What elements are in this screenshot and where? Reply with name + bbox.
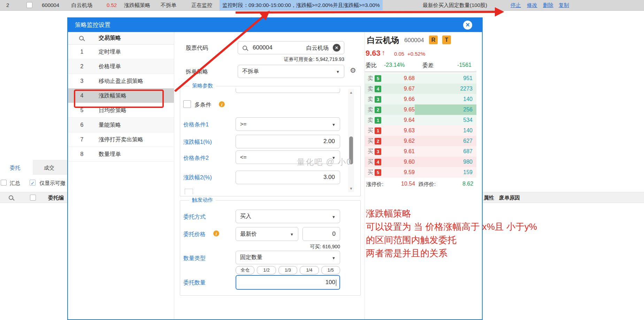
scrollbar-thumb[interactable] xyxy=(349,136,353,164)
ask-row-3[interactable]: 卖3 9.66140 xyxy=(365,94,476,104)
strategy-item-pct-change-selected[interactable]: 4涨跌幅策略 xyxy=(68,88,174,103)
fraction-all-button[interactable]: 全仓 xyxy=(236,266,254,274)
badge-r: R xyxy=(429,36,438,44)
dialog-title: 策略监控设置 xyxy=(75,18,110,32)
price-cond2-label: 价格条件2 xyxy=(183,155,209,162)
delete-link[interactable]: 删除 xyxy=(543,0,553,10)
multi-condition-checkbox[interactable] xyxy=(183,100,191,108)
qty-type-select[interactable]: 固定数量 xyxy=(236,251,340,264)
note-line: 可以设置为 当 价格涨幅高于 x%且 小于y% xyxy=(366,220,537,233)
price-info-icon[interactable] xyxy=(213,231,219,236)
limit-down-value: 8.62 xyxy=(462,181,473,187)
fraction-buttons: 全仓 1/2 1/3 1/4 1/5 xyxy=(236,266,340,274)
monitor-list-row: 2 600004 白云机场 0.52 涨跌幅策略 不拆单 正在监控 监控时段：0… xyxy=(0,0,644,11)
fraction-fifth-button[interactable]: 1/5 xyxy=(321,266,340,274)
ask-row-4[interactable]: 卖4 9.672273 xyxy=(365,84,476,94)
note-line: 涨跌幅策略 xyxy=(366,207,537,220)
quote-panel: 白云机场 600004 R T 9.63 ↑ 0.05 +0.52% 委比 -2… xyxy=(365,32,482,319)
bid-row-4[interactable]: 买4 9.60980 xyxy=(365,157,476,167)
note-line: 的区间范围内触发委托 xyxy=(366,233,537,247)
info-icon[interactable] xyxy=(219,101,225,107)
copy-link[interactable]: 复制 xyxy=(559,0,569,10)
badge-t: T xyxy=(442,36,451,44)
gear-icon[interactable] xyxy=(350,66,356,75)
price-cond1-select[interactable]: >= xyxy=(236,117,340,131)
scrolled-input-partial xyxy=(236,88,340,93)
bid-row-2[interactable]: 买2 9.62627 xyxy=(365,136,476,146)
column-reason: 废单原因 xyxy=(499,195,520,201)
bid-row-5[interactable]: 买5 9.59159 xyxy=(365,167,476,178)
modify-link[interactable]: 修改 xyxy=(527,0,537,10)
chevron-down-icon xyxy=(290,231,294,237)
ask-row-2-highlighted[interactable]: 卖2 9.65256 xyxy=(365,104,476,115)
search-icon[interactable] xyxy=(9,195,13,200)
order-book: 卖5 9.68951 卖4 9.672273 卖3 9.66140 卖2 9.6… xyxy=(365,73,476,178)
row-checkbox[interactable] xyxy=(26,2,32,8)
stock-name-value: 白云机场 xyxy=(306,45,329,52)
fraction-half-button[interactable]: 1/2 xyxy=(257,266,276,274)
split-strategy-select[interactable]: 不拆单 xyxy=(238,65,344,78)
strategy-item-trailing-stop[interactable]: 3移动止盈止损策略 xyxy=(68,74,174,88)
scroll-down-icon[interactable]: ▼ xyxy=(348,187,354,190)
stop-link[interactable]: 停止 xyxy=(511,0,521,10)
chevron-down-icon xyxy=(332,255,336,261)
strategy-item-timed-order[interactable]: 1定时埋单 xyxy=(68,45,174,59)
row-change: 0.52 xyxy=(107,0,117,10)
strategy-item-price-order[interactable]: 2价格埋单 xyxy=(68,59,174,74)
price-change: 0.05 xyxy=(394,51,404,57)
stock-code-value: 600004 xyxy=(253,44,273,51)
text-cursor xyxy=(336,280,336,286)
qty-type-label: 数量类型 xyxy=(183,255,206,262)
row-stock-name: 白云机场 xyxy=(71,0,92,10)
row-stock-code: 600004 xyxy=(42,0,59,10)
clear-stock-icon[interactable] xyxy=(333,44,340,52)
price-type-select[interactable]: 最新价 xyxy=(236,227,298,241)
strategy-item-qty-order[interactable]: 8数量埋单 xyxy=(68,147,174,162)
chevron-down-icon xyxy=(332,213,336,220)
order-side-select[interactable]: 买入 xyxy=(236,210,340,223)
row-monitor-detail: 监控时段：09:30:00-15:00:00，涨跌幅>=2.00%并且涨跌幅>=… xyxy=(220,0,383,10)
row-strategy: 涨跌幅策略 xyxy=(124,0,150,10)
strategy-item-volume[interactable]: 6量能策略 xyxy=(68,118,174,132)
cancelable-label: 仅显示可撤 xyxy=(39,180,66,187)
wc-label: 委差 xyxy=(422,62,434,69)
strategy-item-limit-open-sell[interactable]: 7涨停打开卖出策略 xyxy=(68,132,174,147)
price-cond2-select[interactable]: <= xyxy=(236,150,340,164)
list-search-icon[interactable] xyxy=(79,36,84,40)
strategy-list-title: 交易策略 xyxy=(99,34,121,42)
dialog-titlebar[interactable]: 策略监控设置 xyxy=(68,18,482,32)
strategy-item-daily-avg[interactable]: 5日均价策略 xyxy=(68,103,174,118)
limit-up-value: 10.54 xyxy=(401,181,415,187)
trigger-legend: 触发动作 xyxy=(189,197,216,203)
limit-down-label: 跌停价: xyxy=(419,181,436,188)
wb-value: -23.14% xyxy=(384,62,405,68)
bid-row-1[interactable]: 买1 9.63140 xyxy=(365,125,476,136)
column-order-no: 委托编 xyxy=(48,195,64,201)
divider xyxy=(365,72,476,72)
params-scrollbar[interactable]: ▲ ▼ xyxy=(348,89,354,192)
fraction-third-button[interactable]: 1/3 xyxy=(278,266,297,274)
close-icon[interactable] xyxy=(463,21,472,30)
qty-input-focused[interactable]: 100 xyxy=(236,275,340,290)
price-value-input[interactable]: 0 xyxy=(302,227,340,241)
strategy-list: 交易策略 1定时埋单 2价格埋单 3移动止盈止损策略 4涨跌幅策略 5日均价策略… xyxy=(68,32,174,319)
ask-row-5[interactable]: 卖5 9.68951 xyxy=(365,73,476,84)
bid-row-3[interactable]: 买3 9.61687 xyxy=(365,146,476,157)
up-arrow-icon: ↑ xyxy=(382,49,385,57)
pct1-input[interactable]: 2.00 xyxy=(236,135,340,148)
ask-row-1[interactable]: 卖1 9.64534 xyxy=(365,115,476,125)
scroll-up-icon[interactable]: ▲ xyxy=(348,91,354,94)
stock-code-input[interactable]: 600004 白云机场 xyxy=(238,41,344,54)
select-all-checkbox[interactable] xyxy=(30,195,36,201)
summary-checkbox[interactable] xyxy=(1,180,7,186)
pct2-input[interactable]: 3.00 xyxy=(236,171,340,184)
fraction-quarter-button[interactable]: 1/4 xyxy=(300,266,319,274)
chevron-down-icon xyxy=(332,154,336,161)
stock-code-label: 股票代码 xyxy=(186,45,208,52)
quote-stock-name: 白云机场 xyxy=(367,35,399,46)
partial-checkbox xyxy=(185,189,193,194)
tab-orders[interactable]: 委托 xyxy=(10,165,20,171)
cancelable-checkbox[interactable] xyxy=(30,180,36,186)
tab-trades[interactable]: 成交 xyxy=(44,165,54,171)
pct1-label: 涨跌幅1(%) xyxy=(183,139,212,146)
